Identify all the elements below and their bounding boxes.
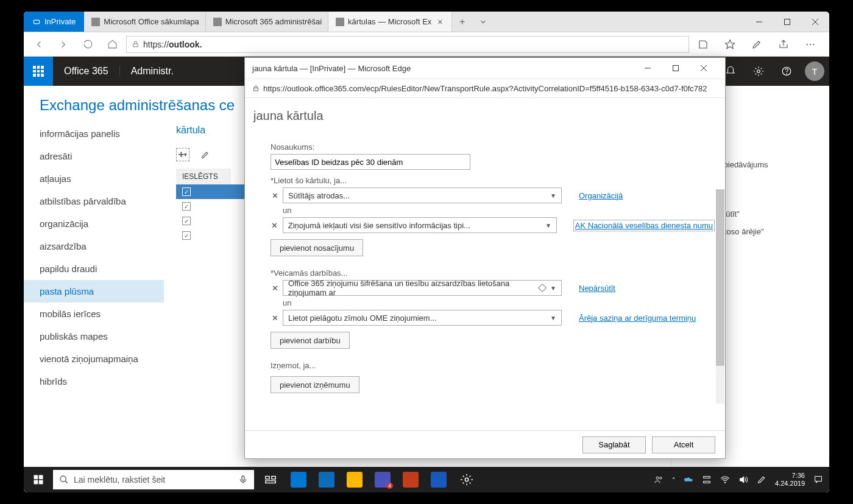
- nav-recipients[interactable]: adresāti: [24, 145, 164, 167]
- and-label: un: [283, 206, 714, 215]
- checkbox-icon[interactable]: ✓: [182, 187, 191, 196]
- add-action-button[interactable]: pievienot darbību: [271, 332, 350, 349]
- scrollbar-thumb[interactable]: [716, 189, 724, 366]
- lock-icon: [132, 40, 140, 48]
- back-button[interactable]: [29, 34, 49, 55]
- tab-overflow-button[interactable]: [473, 12, 494, 32]
- browser-tab[interactable]: Microsoft Office sākumlapa: [84, 12, 206, 32]
- minimize-button[interactable]: [745, 12, 773, 32]
- settings-app[interactable]: [453, 467, 481, 492]
- nav-threats[interactable]: papildu draudi: [24, 257, 164, 280]
- checkbox-icon[interactable]: ✓: [182, 231, 191, 240]
- task-view-button[interactable]: [257, 467, 285, 492]
- people-icon[interactable]: [654, 475, 664, 485]
- svg-rect-30: [815, 477, 822, 481]
- url-input[interactable]: https://outlook.: [126, 36, 689, 53]
- explorer-app[interactable]: [341, 467, 369, 492]
- notes-button[interactable]: [746, 34, 767, 55]
- volume-icon[interactable]: [738, 475, 748, 485]
- nav-mailflow[interactable]: pasta plūsma: [24, 280, 164, 303]
- onedrive-icon[interactable]: [684, 475, 693, 485]
- nav-protection[interactable]: aizsardzība: [24, 235, 164, 257]
- condition-select[interactable]: Sūtītājs atrodas...▼: [283, 187, 562, 203]
- svg-point-17: [60, 476, 66, 481]
- user-avatar[interactable]: T: [805, 61, 824, 81]
- word-app[interactable]: [425, 467, 453, 492]
- remove-action-button[interactable]: ✕: [271, 313, 279, 323]
- action-select[interactable]: Lietot pielāgotu zīmolu OME ziņojumiem..…: [283, 310, 562, 326]
- outlook-app[interactable]: [313, 467, 341, 492]
- svg-point-8: [810, 43, 811, 44]
- help-button[interactable]: [773, 57, 800, 86]
- svg-rect-15: [34, 480, 38, 485]
- dialog-maximize-button[interactable]: [662, 65, 690, 72]
- clock[interactable]: 7:36 4.24.2019: [775, 472, 805, 488]
- new-tab-button[interactable]: +: [452, 12, 473, 32]
- start-button[interactable]: [24, 474, 53, 485]
- app-launcher-button[interactable]: [24, 57, 53, 86]
- maximize-button[interactable]: [773, 12, 801, 32]
- remove-condition-button[interactable]: ✕: [271, 191, 279, 200]
- taskbar-search[interactable]: Lai meklētu, rakstiet šeit: [53, 470, 254, 489]
- edge-app[interactable]: [285, 467, 313, 492]
- action-value-link[interactable]: Ārēja saziņa ar derīguma termiņu: [579, 313, 696, 323]
- add-rule-button[interactable]: +▾: [176, 148, 189, 161]
- favorites-button[interactable]: [720, 34, 740, 55]
- nav-compliance[interactable]: atbilstības pārvaldība: [24, 190, 164, 212]
- reading-list-button[interactable]: [693, 34, 713, 55]
- add-exception-button[interactable]: pievienot izņēmumu: [271, 376, 359, 393]
- settings-button[interactable]: [745, 57, 772, 86]
- inprivate-badge: InPrivate: [24, 12, 84, 32]
- checkbox-icon[interactable]: ✓: [182, 217, 191, 225]
- rule-name-input[interactable]: [271, 154, 470, 170]
- forward-button[interactable]: [53, 34, 74, 55]
- checkbox-icon[interactable]: ✓: [182, 202, 191, 211]
- powerpoint-app[interactable]: [397, 467, 425, 492]
- condition-value-link[interactable]: Organizācijā: [579, 191, 623, 200]
- remove-action-button[interactable]: ✕: [271, 284, 279, 293]
- dialog-minimize-button[interactable]: [634, 65, 662, 72]
- close-button[interactable]: [801, 12, 829, 32]
- list-header-enabled: IESLĒGTS: [176, 169, 231, 184]
- edit-rule-button[interactable]: [198, 148, 211, 161]
- page-icon: [336, 18, 344, 26]
- browser-tab-active[interactable]: kārtulas — Microsoft Ex ×: [328, 12, 451, 32]
- remove-condition-button[interactable]: ✕: [271, 221, 279, 230]
- svg-line-18: [65, 481, 68, 483]
- page-icon: [91, 18, 100, 26]
- svg-point-23: [465, 478, 469, 481]
- ime-icon[interactable]: [757, 475, 766, 485]
- svg-rect-14: [39, 475, 43, 480]
- condition-select[interactable]: Ziņojumā iekļauti visi šie sensitīvo inf…: [283, 217, 557, 233]
- home-button[interactable]: [102, 34, 122, 55]
- nav-permissions[interactable]: atļaujas: [24, 167, 164, 190]
- nav-dashboard[interactable]: informācijas panelis: [24, 122, 164, 145]
- teams-app[interactable]: 4: [369, 467, 397, 492]
- svg-rect-13: [34, 475, 38, 480]
- svg-rect-19: [242, 476, 244, 480]
- close-icon[interactable]: ×: [435, 17, 445, 27]
- tray-chevron-icon[interactable]: ˄: [672, 477, 675, 483]
- nav-hybrid[interactable]: hibrīds: [24, 370, 164, 393]
- dialog-titlebar: jauna kārtula — [InPrivate] — Microsoft …: [245, 58, 725, 79]
- share-button[interactable]: [773, 34, 794, 55]
- mic-icon[interactable]: [238, 475, 248, 485]
- nav-mobile[interactable]: mobilās ierīces: [24, 303, 164, 325]
- nav-organization[interactable]: organizācija: [24, 212, 164, 235]
- browser-tab[interactable]: Microsoft 365 administrēšai: [206, 12, 328, 32]
- condition-value-link[interactable]: AK Nacionālā veselības dienesta numu: [574, 220, 714, 231]
- action-value-link[interactable]: Nepārsūtīt: [579, 284, 615, 293]
- network-icon[interactable]: [702, 475, 712, 485]
- cancel-button[interactable]: Atcelt: [652, 436, 715, 453]
- dialog-close-button[interactable]: [690, 65, 718, 72]
- nav-um[interactable]: vienotā ziņojumapmaiņa: [24, 348, 164, 370]
- action-center-icon[interactable]: [813, 475, 823, 485]
- save-button[interactable]: Saglabāt: [582, 436, 646, 453]
- svg-marker-29: [740, 477, 744, 482]
- wifi-icon[interactable]: [720, 475, 730, 485]
- more-button[interactable]: [800, 34, 821, 55]
- refresh-button[interactable]: [77, 34, 98, 55]
- nav-public-folders[interactable]: publiskās mapes: [24, 325, 164, 348]
- add-condition-button[interactable]: pievienot nosacījumu: [271, 239, 363, 256]
- action-select[interactable]: Office 365 ziņojumu šifrēšana un tiesību…: [283, 280, 562, 296]
